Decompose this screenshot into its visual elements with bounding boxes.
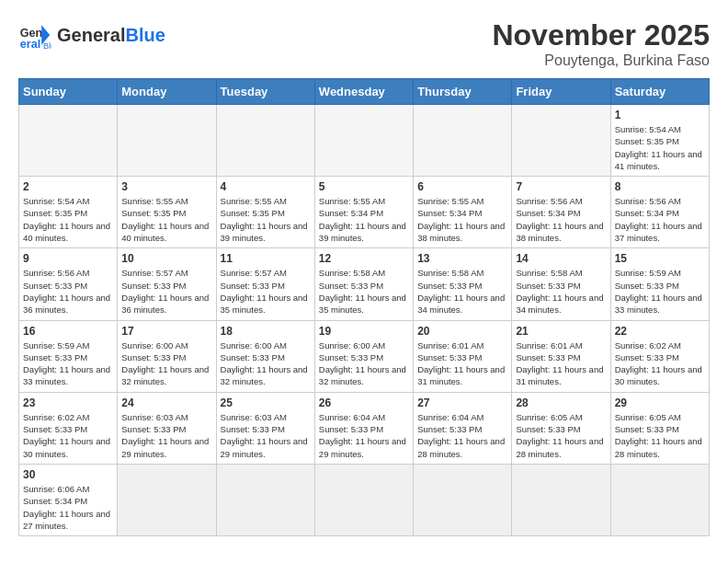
calendar-day-8: 8Sunrise: 5:56 AMSunset: 5:34 PMDaylight…	[610, 177, 709, 248]
day-info: Sunrise: 5:54 AMSunset: 5:35 PMDaylight:…	[615, 123, 705, 172]
day-info: Sunrise: 6:01 AMSunset: 5:33 PMDaylight:…	[516, 339, 606, 388]
day-info: Sunrise: 6:00 AMSunset: 5:33 PMDaylight:…	[319, 339, 409, 388]
day-number: 24	[121, 396, 211, 409]
day-info: Sunrise: 5:56 AMSunset: 5:34 PMDaylight:…	[615, 195, 705, 244]
day-number: 20	[417, 325, 507, 338]
calendar-day-22: 22Sunrise: 6:02 AMSunset: 5:33 PMDayligh…	[610, 320, 709, 392]
day-number: 2	[23, 180, 113, 193]
day-number: 23	[23, 396, 113, 409]
day-info: Sunrise: 6:02 AMSunset: 5:33 PMDaylight:…	[23, 411, 113, 460]
day-number: 5	[319, 180, 409, 193]
day-number: 10	[121, 252, 211, 265]
day-number: 17	[121, 325, 211, 338]
day-info: Sunrise: 5:57 AMSunset: 5:33 PMDaylight:…	[221, 267, 311, 316]
day-number: 16	[23, 325, 113, 338]
calendar-table: SundayMondayTuesdayWednesdayThursdayFrid…	[18, 78, 710, 536]
calendar-day-16: 16Sunrise: 5:59 AMSunset: 5:33 PMDayligh…	[19, 320, 118, 392]
day-info: Sunrise: 5:56 AMSunset: 5:34 PMDaylight:…	[516, 195, 606, 244]
calendar-day-10: 10Sunrise: 5:57 AMSunset: 5:33 PMDayligh…	[118, 248, 216, 320]
day-number: 13	[417, 252, 507, 265]
weekday-header-sunday: Sunday	[19, 79, 118, 105]
day-info: Sunrise: 5:55 AMSunset: 5:34 PMDaylight:…	[417, 195, 507, 244]
weekday-header-monday: Monday	[118, 79, 216, 105]
weekday-header-row: SundayMondayTuesdayWednesdayThursdayFrid…	[19, 79, 710, 105]
day-info: Sunrise: 6:03 AMSunset: 5:33 PMDaylight:…	[121, 411, 211, 460]
day-number: 9	[23, 252, 113, 265]
day-number: 21	[516, 325, 606, 338]
calendar-day-empty	[118, 105, 216, 177]
logo-icon: Gen eral Blue	[18, 18, 51, 52]
day-info: Sunrise: 5:57 AMSunset: 5:33 PMDaylight:…	[121, 267, 211, 316]
day-number: 1	[615, 109, 705, 121]
day-info: Sunrise: 5:55 AMSunset: 5:35 PMDaylight:…	[221, 195, 311, 244]
day-number: 19	[319, 325, 409, 338]
day-info: Sunrise: 5:54 AMSunset: 5:35 PMDaylight:…	[23, 195, 113, 244]
day-number: 11	[221, 252, 311, 265]
weekday-header-wednesday: Wednesday	[314, 79, 413, 105]
calendar-day-15: 15Sunrise: 5:59 AMSunset: 5:33 PMDayligh…	[610, 248, 709, 320]
day-info: Sunrise: 5:55 AMSunset: 5:35 PMDaylight:…	[121, 195, 211, 244]
calendar-day-21: 21Sunrise: 6:01 AMSunset: 5:33 PMDayligh…	[512, 320, 610, 392]
day-info: Sunrise: 5:58 AMSunset: 5:33 PMDaylight:…	[417, 267, 507, 316]
day-number: 30	[23, 468, 113, 481]
calendar-day-28: 28Sunrise: 6:05 AMSunset: 5:33 PMDayligh…	[512, 392, 610, 464]
logo: Gen eral Blue GeneralBlue	[18, 18, 165, 52]
calendar-week-row: 23Sunrise: 6:02 AMSunset: 5:33 PMDayligh…	[19, 392, 710, 464]
day-number: 18	[221, 325, 311, 338]
location-title: Pouytenga, Burkina Faso	[492, 52, 710, 69]
day-info: Sunrise: 5:58 AMSunset: 5:33 PMDaylight:…	[319, 267, 409, 316]
svg-text:eral: eral	[20, 38, 40, 51]
day-number: 15	[615, 252, 705, 265]
calendar-day-5: 5Sunrise: 5:55 AMSunset: 5:34 PMDaylight…	[314, 177, 413, 248]
day-info: Sunrise: 5:58 AMSunset: 5:33 PMDaylight:…	[516, 267, 606, 316]
calendar-day-empty	[314, 464, 413, 535]
calendar-week-row: 1Sunrise: 5:54 AMSunset: 5:35 PMDaylight…	[19, 105, 710, 177]
calendar-day-1: 1Sunrise: 5:54 AMSunset: 5:35 PMDaylight…	[610, 105, 709, 177]
day-info: Sunrise: 6:04 AMSunset: 5:33 PMDaylight:…	[319, 411, 409, 460]
calendar-day-empty	[414, 105, 512, 177]
day-info: Sunrise: 6:00 AMSunset: 5:33 PMDaylight:…	[221, 339, 311, 388]
calendar-day-empty	[216, 105, 314, 177]
calendar-day-empty	[118, 464, 216, 535]
day-info: Sunrise: 5:55 AMSunset: 5:34 PMDaylight:…	[319, 195, 409, 244]
svg-text:Blue: Blue	[43, 41, 51, 51]
calendar-day-empty	[610, 464, 709, 535]
calendar-day-12: 12Sunrise: 5:58 AMSunset: 5:33 PMDayligh…	[314, 248, 413, 320]
calendar-day-empty	[314, 105, 413, 177]
calendar-day-empty	[512, 464, 610, 535]
day-info: Sunrise: 6:03 AMSunset: 5:33 PMDaylight:…	[221, 411, 311, 460]
calendar-day-6: 6Sunrise: 5:55 AMSunset: 5:34 PMDaylight…	[414, 177, 512, 248]
weekday-header-thursday: Thursday	[414, 79, 512, 105]
day-info: Sunrise: 6:06 AMSunset: 5:34 PMDaylight:…	[23, 483, 113, 532]
day-number: 22	[615, 325, 705, 338]
calendar-day-2: 2Sunrise: 5:54 AMSunset: 5:35 PMDaylight…	[19, 177, 118, 248]
title-block: November 2025 Pouytenga, Burkina Faso	[492, 18, 710, 69]
weekday-header-friday: Friday	[512, 79, 610, 105]
calendar-day-11: 11Sunrise: 5:57 AMSunset: 5:33 PMDayligh…	[216, 248, 314, 320]
day-number: 29	[615, 396, 705, 409]
calendar-day-empty	[19, 105, 118, 177]
day-number: 26	[319, 396, 409, 409]
day-number: 27	[417, 396, 507, 409]
calendar-day-25: 25Sunrise: 6:03 AMSunset: 5:33 PMDayligh…	[216, 392, 314, 464]
calendar-day-9: 9Sunrise: 5:56 AMSunset: 5:33 PMDaylight…	[19, 248, 118, 320]
calendar-day-empty	[216, 464, 314, 535]
calendar-day-26: 26Sunrise: 6:04 AMSunset: 5:33 PMDayligh…	[314, 392, 413, 464]
calendar-day-19: 19Sunrise: 6:00 AMSunset: 5:33 PMDayligh…	[314, 320, 413, 392]
calendar-day-20: 20Sunrise: 6:01 AMSunset: 5:33 PMDayligh…	[414, 320, 512, 392]
calendar-week-row: 2Sunrise: 5:54 AMSunset: 5:35 PMDaylight…	[19, 177, 710, 248]
day-number: 6	[417, 180, 507, 193]
calendar-week-row: 9Sunrise: 5:56 AMSunset: 5:33 PMDaylight…	[19, 248, 710, 320]
calendar-day-27: 27Sunrise: 6:04 AMSunset: 5:33 PMDayligh…	[414, 392, 512, 464]
day-info: Sunrise: 6:05 AMSunset: 5:33 PMDaylight:…	[615, 411, 705, 460]
calendar-week-row: 16Sunrise: 5:59 AMSunset: 5:33 PMDayligh…	[19, 320, 710, 392]
day-info: Sunrise: 6:02 AMSunset: 5:33 PMDaylight:…	[615, 339, 705, 388]
calendar-day-empty	[512, 105, 610, 177]
calendar-day-17: 17Sunrise: 6:00 AMSunset: 5:33 PMDayligh…	[118, 320, 216, 392]
day-info: Sunrise: 6:04 AMSunset: 5:33 PMDaylight:…	[417, 411, 507, 460]
calendar-day-14: 14Sunrise: 5:58 AMSunset: 5:33 PMDayligh…	[512, 248, 610, 320]
calendar-day-18: 18Sunrise: 6:00 AMSunset: 5:33 PMDayligh…	[216, 320, 314, 392]
logo-general-text: GeneralBlue	[57, 25, 165, 46]
calendar-day-30: 30Sunrise: 6:06 AMSunset: 5:34 PMDayligh…	[19, 464, 118, 535]
day-number: 28	[516, 396, 606, 409]
